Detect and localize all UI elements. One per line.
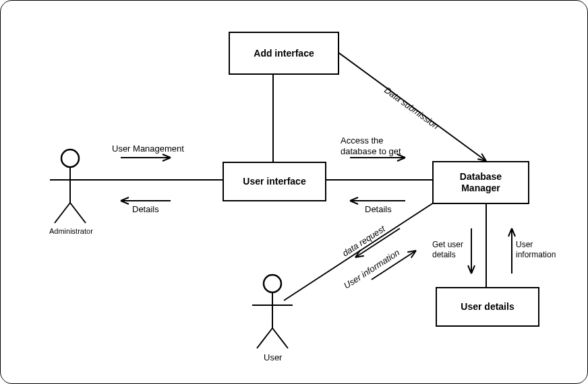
get-user-details-label: Get user details <box>432 240 463 260</box>
administrator-caption: Administrator <box>49 227 93 236</box>
user-interface-label: User interface <box>243 176 305 187</box>
svg-line-13 <box>284 201 436 300</box>
data-request-label: data request <box>341 224 387 259</box>
database-manager-label: Database Manager <box>460 171 502 194</box>
svg-point-5 <box>264 275 281 292</box>
svg-line-4 <box>70 203 86 223</box>
user-figure <box>252 275 293 348</box>
access-db-label: Access the database to get <box>341 135 401 158</box>
user-interface-box: User interface <box>223 162 326 201</box>
data-submission-label: Data submission <box>382 85 440 132</box>
svg-line-8 <box>257 328 272 348</box>
database-manager-box: Database Manager <box>432 161 529 204</box>
user-caption: User <box>264 352 282 363</box>
details-mid-label: Details <box>365 204 392 215</box>
user-management-label: User Management <box>112 143 184 154</box>
add-interface-label: Add interface <box>254 48 314 59</box>
user-details-label: User details <box>461 301 514 313</box>
svg-line-3 <box>55 203 70 223</box>
user-details-box: User details <box>436 287 539 327</box>
svg-point-0 <box>61 150 79 167</box>
user-information-right-label: User information <box>516 240 556 260</box>
details-left-label: Details <box>132 204 159 215</box>
svg-line-9 <box>272 328 288 348</box>
add-interface-box: Add interface <box>229 32 339 75</box>
administrator-figure <box>50 150 90 223</box>
diagram-canvas: Add interface User interface Database Ma… <box>0 0 588 384</box>
